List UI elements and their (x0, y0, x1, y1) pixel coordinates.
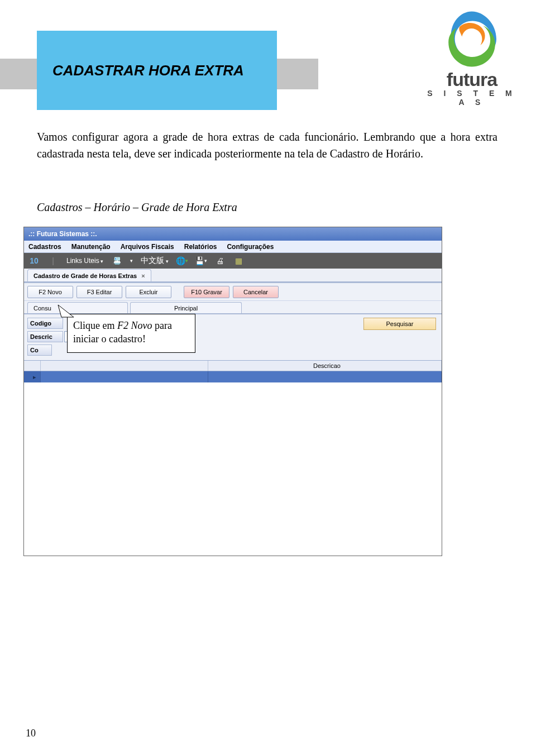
instruction-callout: Clique em F2 Novo para iniciar o cadastr… (67, 314, 195, 353)
grid-row-cell3 (208, 371, 442, 382)
subtab-consulta-label: Consu (34, 305, 51, 312)
subtab-row: Consu Principal (24, 301, 442, 314)
menu-arquivos-fiscais[interactable]: Arquivos Fiscais (121, 243, 174, 251)
app-toolbar: 10 | Links Uteis 📇 ▾ 中文版 🌐 💾 🖨 ▦ (24, 253, 442, 269)
filter-label-descricao: Descric (27, 331, 63, 342)
grid-header-arrow (24, 361, 41, 371)
menu-manutencao[interactable]: Manutenção (71, 243, 111, 251)
toolbar-links-uteis[interactable]: Links Uteis (66, 257, 103, 265)
grid-row-selected[interactable]: ▸ (24, 371, 442, 382)
cancelar-button-label: Cancelar (243, 289, 268, 295)
svg-marker-0 (58, 305, 74, 317)
section-title-box: CADASTRAR HORA EXTRA (37, 31, 277, 110)
filter-label-co: Co (27, 344, 52, 356)
logo: futura S I S T E M A S (424, 8, 519, 107)
callout-text-bold: F2 Novo (117, 320, 152, 331)
section-title-text: CADASTRAR HORA EXTRA (52, 62, 244, 79)
app-titlebar: .:: Futura Sistemas ::. (24, 227, 442, 241)
grid-body (24, 382, 442, 556)
toolbar-number-icon[interactable]: 10 (28, 255, 40, 266)
cancelar-button[interactable]: Cancelar (233, 286, 279, 298)
grid-row-cell2 (41, 371, 208, 382)
callout-text-a: Clique em (73, 320, 117, 331)
callout-text-c: para (152, 320, 172, 331)
logo-tagline-text: S I S T E M A S (424, 89, 519, 107)
intro-paragraph: Vamos configurar agora a grade de hora e… (37, 128, 497, 162)
callout-text-line2: iniciar o cadastro! (73, 333, 146, 344)
toolbar-apps-icon[interactable]: ▦ (233, 255, 245, 266)
toolbar-folder-icon[interactable]: 📇 (111, 255, 122, 266)
tab-cadastro-grade[interactable]: Cadastro de Grade de Horas Extras × (27, 269, 151, 281)
excluir-button-label: Excluir (139, 289, 157, 295)
page-number: 10 (26, 728, 36, 739)
toolbar-folder-drop[interactable]: ▾ (130, 258, 133, 264)
editar-button-label: F3 Editar (87, 289, 112, 295)
subtab-principal-label: Principal (174, 305, 198, 312)
app-title-text: .:: Futura Sistemas ::. (28, 230, 97, 238)
menu-configuracoes[interactable]: Configurações (227, 243, 274, 251)
novo-button-label: F2 Novo (39, 289, 62, 295)
toolbar-globe-icon[interactable]: 🌐 (176, 255, 188, 266)
novo-button[interactable]: F2 Novo (27, 286, 73, 298)
tab-label: Cadastro de Grade de Horas Extras (34, 272, 137, 279)
logo-swirl-icon (441, 8, 502, 70)
close-icon[interactable]: × (141, 272, 145, 279)
grid-row-marker: ▸ (24, 371, 41, 382)
toolbar-lang-cn[interactable]: 中文版 (141, 256, 169, 266)
tab-strip: Cadastro de Grade de Horas Extras × (24, 269, 442, 283)
excluir-button[interactable]: Excluir (126, 286, 171, 298)
grid-header-col2 (41, 361, 208, 371)
toolbar-save-icon[interactable]: 💾 (195, 255, 207, 266)
gravar-button-label: F10 Gravar (191, 289, 222, 295)
pesquisar-button[interactable]: Pesquisar (363, 318, 436, 330)
grid-header: Descricao (24, 360, 442, 371)
app-menubar: Cadastros Manutenção Arquivos Fiscais Re… (24, 241, 442, 253)
menu-relatorios[interactable]: Relatórios (184, 243, 217, 251)
toolbar-print-icon[interactable]: 🖨 (214, 255, 226, 266)
grid-header-descricao: Descricao (208, 361, 442, 371)
subtab-principal[interactable]: Principal (130, 302, 242, 313)
editar-button[interactable]: F3 Editar (76, 286, 122, 298)
breadcrumb: Cadastros – Horário – Grade de Hora Extr… (37, 201, 237, 214)
action-button-row: F2 Novo F3 Editar Excluir F10 Gravar Can… (24, 283, 442, 301)
logo-brand-text: futura (447, 70, 497, 89)
app-window: .:: Futura Sistemas ::. Cadastros Manute… (23, 227, 442, 556)
menu-cadastros[interactable]: Cadastros (28, 243, 61, 251)
pesquisar-button-label: Pesquisar (386, 320, 414, 327)
gravar-button[interactable]: F10 Gravar (184, 286, 229, 298)
toolbar-separator-icon: | (47, 255, 59, 266)
